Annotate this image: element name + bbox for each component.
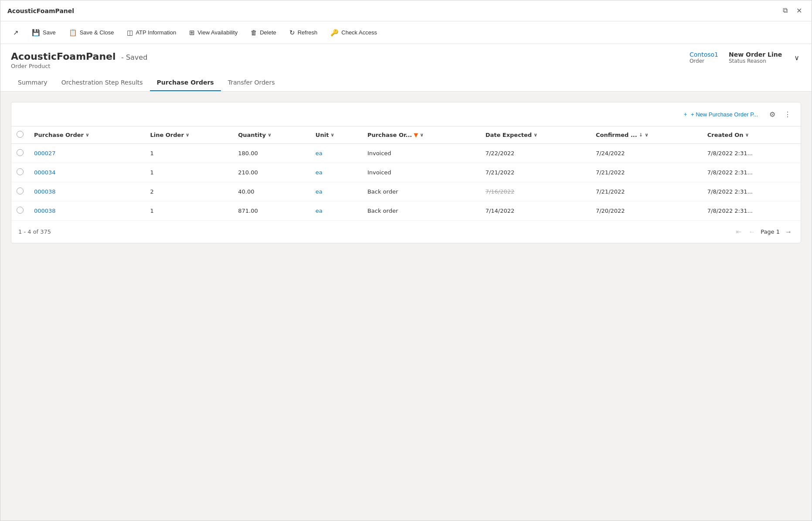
purchase-order-sort-icon: ∨ — [85, 132, 89, 138]
purchase-order-link-1[interactable]: 000034 — [34, 169, 56, 176]
tab-orchestration[interactable]: Orchestration Step Results — [54, 75, 150, 91]
save-icon: 💾 — [32, 29, 40, 37]
refresh-button[interactable]: ↻ Refresh — [284, 26, 323, 40]
status-cell-0: Invoiced — [362, 144, 480, 163]
purchase-order-link-0[interactable]: 000027 — [34, 150, 56, 157]
col-created-on[interactable]: Created On ∨ — [702, 126, 801, 144]
unit-link-2[interactable]: ea — [316, 188, 323, 195]
grid-settings-button[interactable]: ⚙ — [767, 109, 778, 120]
col-line-order[interactable]: Line Order ∨ — [145, 126, 233, 144]
created-on-cell-2: 7/8/2022 2:31... — [702, 182, 801, 201]
table-row: 0000341210.00eaInvoiced7/21/20227/21/202… — [11, 163, 801, 182]
view-availability-button[interactable]: ⊞ View Availability — [183, 26, 243, 40]
record-header: AcousticFoamPanel - Saved Order Product … — [0, 44, 812, 92]
nav-tabs: Summary Orchestration Step Results Purch… — [11, 75, 801, 91]
title-bar: AcousticFoamPanel ⧉ ✕ — [0, 0, 812, 21]
atp-icon: ◫ — [127, 29, 133, 37]
close-button[interactable]: ✕ — [794, 5, 805, 17]
created-on-cell-1: 7/8/2022 2:31... — [702, 163, 801, 182]
first-page-button[interactable]: ⇤ — [734, 226, 743, 238]
record-title-block: AcousticFoamPanel - Saved Order Product — [11, 51, 147, 69]
status-cell-2: Back order — [362, 182, 480, 201]
quantity-cell-2: 40.00 — [233, 182, 310, 201]
view-availability-icon: ⊞ — [189, 29, 195, 37]
created-on-cell-0: 7/8/2022 2:31... — [702, 144, 801, 163]
quantity-cell-1: 210.00 — [233, 163, 310, 182]
created-on-cell-3: 7/8/2022 2:31... — [702, 201, 801, 221]
line-order-sort-icon: ∨ — [186, 132, 190, 138]
restore-button[interactable]: ⧉ — [780, 5, 790, 17]
more-icon: ⋮ — [784, 111, 791, 118]
settings-icon: ⚙ — [769, 111, 775, 118]
unit-link-1[interactable]: ea — [316, 169, 323, 176]
refresh-icon: ↻ — [289, 29, 295, 37]
confirmed-sort-icon: ↓ — [639, 132, 643, 138]
date-expected-cell-1: 7/21/2022 — [480, 163, 591, 182]
main-window: AcousticFoamPanel ⧉ ✕ ↗ 💾 Save 📋 Save & … — [0, 0, 812, 521]
col-quantity[interactable]: Quantity ∨ — [233, 126, 310, 144]
external-link-icon: ↗ — [13, 29, 19, 37]
tab-purchase-orders[interactable]: Purchase Orders — [150, 75, 221, 91]
check-access-icon: 🔑 — [330, 29, 339, 37]
date-expected-sort-icon: ∨ — [533, 132, 537, 138]
select-all-checkbox[interactable] — [17, 131, 24, 138]
col-purchase-order[interactable]: Purchase Order ∨ — [29, 126, 145, 144]
col-confirmed[interactable]: Confirmed ... ↓ ∨ — [591, 126, 702, 144]
confirmed-cell-1: 7/21/2022 — [591, 163, 702, 182]
purchase-order-link-2[interactable]: 000038 — [34, 188, 56, 195]
tab-summary[interactable]: Summary — [11, 75, 54, 91]
date-expected-cell-0: 7/22/2022 — [480, 144, 591, 163]
row-checkbox-0[interactable] — [17, 149, 24, 156]
line-order-cell-1: 1 — [145, 163, 233, 182]
purchase-orders-table: Purchase Order ∨ Line Order ∨ — [11, 126, 801, 221]
atp-information-button[interactable]: ◫ ATP Information — [121, 26, 182, 40]
table-header-row: Purchase Order ∨ Line Order ∨ — [11, 126, 801, 144]
purchase-order-status-sort-icon: ∨ — [420, 132, 424, 138]
quantity-cell-0: 180.00 — [233, 144, 310, 163]
col-unit[interactable]: Unit ∨ — [310, 126, 362, 144]
date-expected-strikethrough-2: 7/16/2022 — [486, 188, 515, 195]
delete-icon: 🗑 — [251, 29, 257, 36]
record-title-row: AcousticFoamPanel - Saved — [11, 51, 147, 62]
select-all-col — [11, 126, 29, 144]
save-button[interactable]: 💾 Save — [26, 26, 61, 40]
line-order-cell-0: 1 — [145, 144, 233, 163]
confirmed-cell-2: 7/21/2022 — [591, 182, 702, 201]
grid-more-button[interactable]: ⋮ — [781, 109, 794, 120]
status-cell-1: Invoiced — [362, 163, 480, 182]
date-expected-cell-2: 7/16/2022 — [480, 182, 591, 201]
header-chevron-icon[interactable]: ∨ — [792, 52, 801, 64]
row-checkbox-3[interactable] — [17, 207, 24, 214]
prev-page-button[interactable]: ← — [747, 226, 757, 238]
order-field-value[interactable]: Contoso1 — [690, 51, 718, 58]
unit-link-3[interactable]: ea — [316, 208, 323, 214]
line-order-cell-3: 1 — [145, 201, 233, 221]
col-purchase-order-status[interactable]: Purchase Or... ▼ ∨ — [362, 126, 480, 144]
delete-button[interactable]: 🗑 Delete — [245, 26, 282, 39]
check-access-button[interactable]: 🔑 Check Access — [325, 26, 383, 40]
record-title: AcousticFoamPanel — [11, 51, 116, 62]
tab-transfer-orders[interactable]: Transfer Orders — [221, 75, 282, 91]
status-cell-3: Back order — [362, 201, 480, 221]
purchase-order-link-3[interactable]: 000038 — [34, 208, 56, 214]
row-checkbox-1[interactable] — [17, 168, 24, 175]
page-label: Page 1 — [761, 228, 780, 235]
external-link-button[interactable]: ↗ — [7, 26, 24, 40]
save-close-button[interactable]: 📋 Save & Close — [63, 26, 120, 40]
new-purchase-order-button[interactable]: ＋ + New Purchase Order P... — [677, 108, 763, 121]
unit-sort-icon: ∨ — [330, 132, 334, 138]
unit-link-0[interactable]: ea — [316, 150, 323, 157]
table-row: 000038240.00eaBack order7/16/20227/21/20… — [11, 182, 801, 201]
record-saved-label: - Saved — [121, 53, 147, 61]
quantity-sort-icon: ∨ — [268, 132, 272, 138]
col-date-expected[interactable]: Date Expected ∨ — [480, 126, 591, 144]
row-checkbox-2[interactable] — [17, 187, 24, 194]
status-reason-label: Status Reason — [729, 58, 766, 64]
table-row: 0000271180.00eaInvoiced7/22/20227/24/202… — [11, 144, 801, 163]
date-expected-cell-3: 7/14/2022 — [480, 201, 591, 221]
next-page-button[interactable]: → — [783, 226, 794, 238]
order-field: Contoso1 Order — [690, 51, 718, 64]
confirmed-cell-3: 7/20/2022 — [591, 201, 702, 221]
grid-footer: 1 - 4 of 375 ⇤ ← Page 1 → — [11, 221, 801, 243]
line-order-cell-2: 2 — [145, 182, 233, 201]
